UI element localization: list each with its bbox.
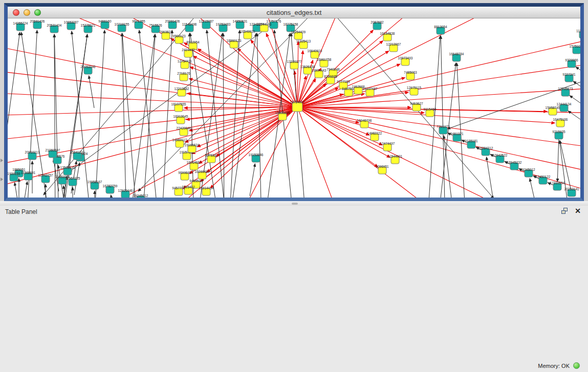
node-label: 18313045 [173, 115, 188, 118]
node-label: 9466160 [98, 19, 112, 23]
graph-hub-node-selected[interactable] [292, 102, 302, 112]
edge[interactable] [122, 33, 137, 198]
node-label: 18724007 [290, 100, 305, 104]
node-label: 16154838 [380, 32, 395, 35]
node-label: 12544093 [257, 23, 272, 26]
node-label: 20253141 [564, 187, 579, 191]
node-label: 9135181 [465, 139, 478, 143]
node-label: 18945232 [507, 161, 522, 164]
node-label: 16782759 [103, 184, 118, 188]
edge-selected[interactable] [297, 107, 340, 198]
node-label: 14982222 [367, 132, 382, 135]
node-label: 9465546 [189, 179, 203, 183]
node-label: 11568691 [21, 171, 36, 174]
edge[interactable] [250, 164, 255, 196]
node-label: 11123044 [576, 29, 580, 33]
edge[interactable] [89, 76, 94, 108]
node-label: 13626158 [300, 65, 315, 69]
node-label: 12215987 [199, 19, 214, 23]
node-label: 2087682 [371, 20, 384, 24]
edge[interactable] [22, 182, 27, 198]
edge-selected[interactable] [297, 51, 389, 107]
node-label: 8210225 [324, 75, 337, 78]
edge-selected[interactable] [297, 107, 580, 195]
node-label: 16284212 [478, 146, 493, 150]
edge-selected[interactable] [297, 107, 580, 113]
node-label: 19753483 [216, 23, 231, 26]
close-panel-icon[interactable]: ✕ [575, 208, 581, 214]
node-label: 9115460 [424, 107, 437, 111]
node-label: 13220377 [287, 60, 302, 63]
node-label: 15276021 [81, 24, 96, 27]
network-canvas[interactable]: 1405572420691406205314041065328715276021… [8, 18, 580, 198]
minimize-window-button[interactable] [24, 9, 30, 16]
node-label: 19166824 [185, 143, 200, 147]
node-label: 9699695 [178, 171, 191, 174]
node-label: 12923446 [118, 189, 133, 192]
node-label: 7940248 [326, 68, 340, 71]
node-label: 10942522 [493, 154, 508, 157]
node-label: 19904443 [312, 69, 326, 72]
memory-ok-indicator-icon [573, 362, 580, 369]
node-label: 16640910 [308, 49, 322, 53]
node-label: 9227341 [562, 73, 576, 76]
node-label: 20091406 [165, 19, 180, 23]
node-label: 9560123 [172, 34, 186, 38]
close-window-button[interactable] [13, 9, 19, 16]
node-label: 14055724 [13, 21, 28, 25]
edge[interactable] [111, 195, 116, 198]
node-label: 11548498 [182, 23, 197, 26]
node-label: 11544901 [388, 155, 403, 158]
edge[interactable] [444, 136, 454, 198]
node-label: 9463627 [410, 102, 423, 105]
node-label: 9671355 [132, 19, 145, 23]
node-label: 12213967 [386, 42, 401, 46]
node-label: 15751074 [570, 45, 580, 48]
node-label: 21060597 [46, 148, 60, 152]
edge-selected[interactable] [8, 93, 297, 107]
node-label: 8912954 [186, 40, 200, 44]
application-root: { "window": { "title": "citations_edges.… [0, 0, 588, 372]
node-label: 15958745 [546, 106, 560, 110]
node-label: 16099489 [195, 170, 210, 173]
node-label: 16475166 [553, 118, 568, 121]
divider-grip[interactable] [292, 203, 298, 205]
edge[interactable] [441, 36, 445, 198]
table-panel-title: Table Panel [5, 208, 37, 215]
edge-selected[interactable] [297, 107, 580, 174]
node-label: 16549910 [241, 30, 255, 33]
edge[interactable] [94, 30, 104, 198]
node-label: 12754411 [178, 59, 192, 63]
node-label: 7515526 [149, 24, 162, 27]
splitter-arrow-icon[interactable] [1, 178, 3, 181]
node-label: 10474497 [380, 142, 395, 145]
node-label: 2424472 [182, 48, 195, 52]
zoom-window-button[interactable] [34, 9, 41, 16]
node-label: 12942757 [38, 173, 53, 177]
node-label: 14569117 [172, 138, 187, 142]
node-label: 16107487 [363, 87, 378, 91]
edge[interactable] [162, 30, 172, 198]
edge[interactable] [291, 33, 306, 198]
edge[interactable] [530, 179, 540, 198]
node-label: 8813054 [434, 25, 447, 29]
float-panel-icon[interactable] [561, 208, 569, 214]
splitter-arrow-icon[interactable] [1, 159, 3, 162]
node-label: 18300295 [275, 111, 290, 115]
table-panel: Table Panel ✕ ✓✓ f(x) citations_edges.tx… [0, 206, 588, 372]
edge[interactable] [568, 111, 580, 148]
node-label: 9461321 [450, 132, 464, 136]
node-label: 17957225 [66, 177, 80, 180]
network-window-titlebar[interactable]: citations_edges.txt [8, 7, 580, 18]
node-label: 9215935 [552, 130, 565, 134]
edge[interactable] [570, 96, 580, 133]
edge[interactable] [142, 34, 155, 198]
node-label: 10719155 [115, 23, 129, 26]
node-label: 7291977 [437, 125, 450, 128]
edge-selected[interactable] [110, 18, 297, 107]
node-label: 20053346 [81, 65, 96, 69]
node-label: 16014687 [187, 161, 202, 164]
node-label: 9777169 [337, 80, 350, 83]
panel-divider[interactable] [0, 201, 588, 206]
node-label: 5878331 [205, 154, 218, 157]
